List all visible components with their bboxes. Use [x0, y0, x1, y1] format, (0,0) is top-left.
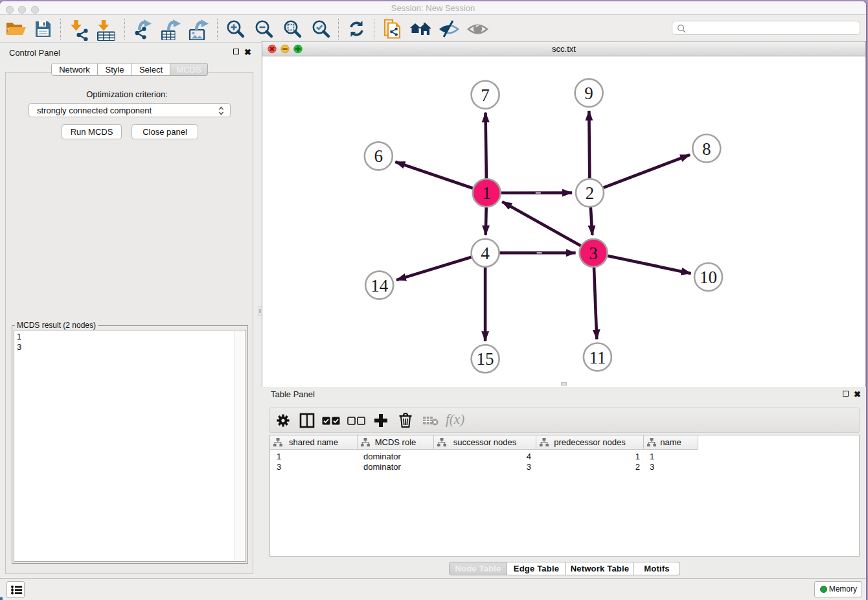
svg-text:8: 8: [702, 139, 711, 159]
svg-text:15: 15: [477, 349, 494, 369]
svg-text:6: 6: [374, 146, 383, 166]
svg-text:1: 1: [482, 183, 491, 203]
svg-text:2: 2: [586, 183, 595, 203]
svg-text:14: 14: [371, 276, 389, 295]
svg-text:9: 9: [584, 84, 593, 103]
svg-text:4: 4: [481, 244, 490, 263]
svg-text:7: 7: [481, 86, 490, 105]
svg-text:10: 10: [700, 268, 717, 287]
svg-text:3: 3: [589, 244, 598, 263]
svg-text:11: 11: [589, 348, 606, 367]
